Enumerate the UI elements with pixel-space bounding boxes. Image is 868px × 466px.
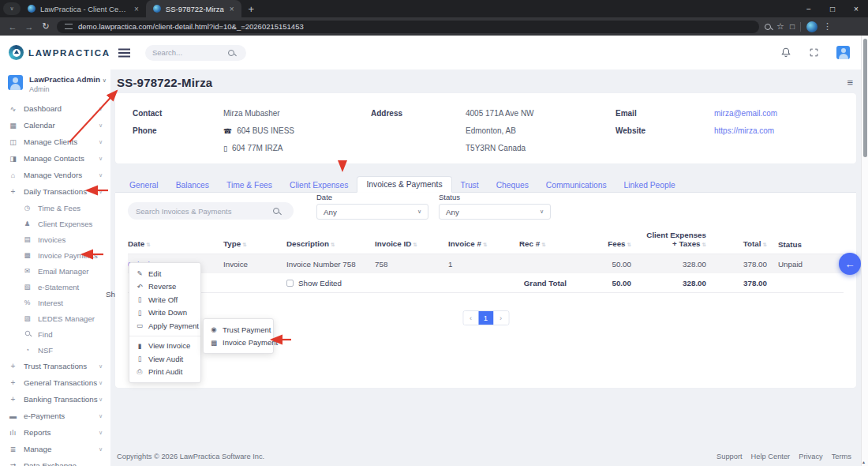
menu-item-write-off[interactable]: ▯Write Off	[129, 293, 200, 306]
sidebar-item-manage[interactable]: ≣Manage∨	[0, 441, 110, 457]
sidebar-user-card[interactable]: LawPractica Admin ∨ Admin	[0, 70, 110, 100]
reload-button[interactable]: ↻	[40, 21, 51, 32]
profile-avatar[interactable]	[806, 21, 817, 32]
sort-icon[interactable]: ⇅	[146, 242, 150, 247]
tab-search-button[interactable]: ∨	[3, 2, 21, 15]
sidebar-item-ledes-manager[interactable]: ▨LEDES Manager	[0, 310, 110, 326]
sidebar-item-time-fees[interactable]: ◷Time & Fees	[0, 200, 110, 216]
invoice-row[interactable]: 02/10/2026∨ Invoice Invoice Number 758 7…	[128, 254, 844, 273]
invoices-search-input[interactable]	[136, 207, 268, 216]
sort-icon[interactable]: ⇅	[413, 242, 417, 247]
search-icon[interactable]	[273, 208, 279, 214]
footer-link-privacy[interactable]: Privacy	[799, 453, 822, 460]
kebab-menu-icon[interactable]: ⋮	[823, 21, 832, 32]
sidebar-item-manage-vendors[interactable]: ⌂Manage Vendors∨	[0, 167, 110, 183]
menu-item-apply-payment[interactable]: ▭Apply Payment›	[129, 319, 200, 333]
site-info-icon[interactable]	[65, 24, 73, 29]
browser-tab-client-detail[interactable]: SS-978722-Mirza ×	[146, 0, 241, 17]
search-icon[interactable]	[228, 50, 234, 56]
global-search-input[interactable]	[152, 48, 223, 57]
sidebar-item-manage-contacts[interactable]: ◨Manage Contacts∨	[0, 150, 110, 167]
sidebar-item-interest[interactable]: %Interest	[0, 295, 110, 310]
submenu-item-invoice-payment[interactable]: ▩Invoice Payment	[204, 336, 273, 350]
sort-icon[interactable]: ⇅	[331, 242, 335, 247]
zoom-icon[interactable]	[765, 24, 771, 30]
menu-item-print-audit[interactable]: ⎙Print Audit	[129, 366, 200, 379]
collapse-panel-button[interactable]: ←	[839, 253, 861, 275]
sidebar-item-e-payments[interactable]: ▬e-Payments∨	[0, 408, 110, 424]
tab-trust[interactable]: Trust	[452, 178, 488, 193]
sidebar-item-manage-clients[interactable]: ◫Manage Clients∨	[0, 133, 110, 150]
sidebar-item-invoice-payments[interactable]: ▩Invoice Payments	[0, 247, 110, 263]
close-tab-icon[interactable]: ×	[230, 5, 234, 13]
forward-button[interactable]: →	[24, 22, 35, 32]
menu-item-edit[interactable]: ✎Edit	[129, 267, 200, 280]
sidebar-item-data-exchange[interactable]: ⇄Data Exchange	[0, 457, 110, 466]
sidebar-item-client-expenses[interactable]: ♟Client Expenses	[0, 216, 110, 231]
menu-item-view-invoice[interactable]: ▮View Invoice	[129, 340, 200, 353]
menu-item-view-audit[interactable]: ▯View Audit	[129, 352, 200, 366]
menu-item-write-down[interactable]: ▯Write Down	[129, 306, 200, 320]
footer-link-support[interactable]: Support	[716, 453, 743, 460]
address-bar[interactable]: demo.lawpractica.com/client-detail.html?…	[57, 21, 759, 33]
minimize-button[interactable]: −	[797, 5, 821, 13]
tab-cheques[interactable]: Cheques	[488, 178, 537, 193]
footer-link-terms[interactable]: Terms	[832, 453, 851, 460]
scrollbar-thumb[interactable]	[863, 39, 867, 157]
sidebar-toggle-icon[interactable]	[118, 52, 130, 54]
tab-linked-people[interactable]: Linked People	[615, 178, 684, 193]
sidebar-item-e-statement[interactable]: ▧e-Statement	[0, 279, 110, 295]
tab-communications[interactable]: Communications	[537, 178, 615, 193]
scrollbar-arrow-icon[interactable]: ▴	[862, 459, 865, 464]
back-button[interactable]: ←	[7, 22, 18, 32]
close-tab-icon[interactable]: ×	[134, 5, 139, 13]
sidebar-item-nsf[interactable]: ◔NSF	[0, 342, 110, 358]
tab-client-expenses[interactable]: Client Expenses	[281, 178, 357, 193]
website-link[interactable]: https://mirza.com	[714, 126, 774, 135]
sort-icon[interactable]: ⇅	[483, 242, 487, 247]
sidebar-item-reports[interactable]: ılıReports∨	[0, 424, 110, 441]
email-link[interactable]: mirza@email.com	[714, 109, 777, 118]
notifications-bell-icon[interactable]	[780, 47, 791, 58]
menu-item-reverse[interactable]: ↶Reverse	[129, 280, 200, 294]
sidebar-item-email-manager[interactable]: ✉Email Manager	[0, 263, 110, 279]
address-line: Edmonton, AB	[466, 122, 615, 141]
sidebar-item-find[interactable]: Find	[0, 326, 110, 342]
bookmark-star-icon[interactable]: ☆	[776, 21, 784, 32]
tab-time-fees[interactable]: Time & Fees	[218, 178, 281, 193]
pagination-page-1[interactable]: 1	[478, 311, 493, 325]
sort-icon[interactable]: ⇅	[242, 242, 246, 247]
sidebar-item-label: e-Statement	[38, 283, 79, 291]
fullscreen-icon[interactable]	[809, 47, 819, 58]
new-tab-button[interactable]: +	[249, 3, 255, 15]
close-window-button[interactable]: ×	[844, 5, 868, 13]
browser-tab-client-centre[interactable]: LawPractica - Client Centre ×	[21, 0, 146, 17]
page-menu-icon[interactable]: ≡	[847, 77, 853, 88]
show-edited-control[interactable]: Show Edited	[286, 279, 375, 287]
footer-link-help-center[interactable]: Help Center	[751, 453, 791, 460]
chevron-down-icon[interactable]: ∨	[103, 77, 107, 83]
pagination-next-button[interactable]: ›	[493, 311, 508, 325]
sidebar-item-general-transactions[interactable]: +General Transactions∨	[0, 374, 110, 391]
sidebar-item-banking-transactions[interactable]: +Banking Transactions∨	[0, 391, 110, 408]
sidebar-item-dashboard[interactable]: ∿Dashboard∨	[0, 100, 110, 117]
favicon	[28, 5, 36, 13]
submenu-item-trust-payment[interactable]: ◉Trust Payment	[204, 323, 273, 336]
status-filter-select[interactable]: Any∨	[439, 204, 551, 220]
chevron-down-icon: ∨	[99, 380, 103, 386]
show-edited-checkbox[interactable]	[286, 280, 294, 287]
sidebar-item-trust-transactions[interactable]: +Trust Transactions∨	[0, 358, 110, 374]
pagination-prev-button[interactable]: ‹	[463, 311, 478, 325]
tab-general[interactable]: General	[121, 178, 167, 193]
date-filter-select[interactable]: Any∨	[316, 204, 428, 220]
sort-icon[interactable]: ⇅	[541, 242, 545, 247]
maximize-button[interactable]: □	[821, 5, 844, 13]
tab-balances[interactable]: Balances	[167, 178, 218, 193]
sidebar-item-calendar[interactable]: ▦Calendar∨	[0, 117, 110, 133]
sidebar-item-daily-transactions[interactable]: +Daily Transactions∨	[0, 183, 110, 200]
sidebar-item-invoices[interactable]: ▤Invoices	[0, 231, 110, 247]
user-avatar[interactable]	[836, 46, 850, 59]
page-scrollbar[interactable]: ▴	[861, 36, 868, 466]
extensions-icon[interactable]: □	[790, 22, 795, 31]
tab-invoices-payments[interactable]: Invoices & Payments	[357, 176, 451, 193]
